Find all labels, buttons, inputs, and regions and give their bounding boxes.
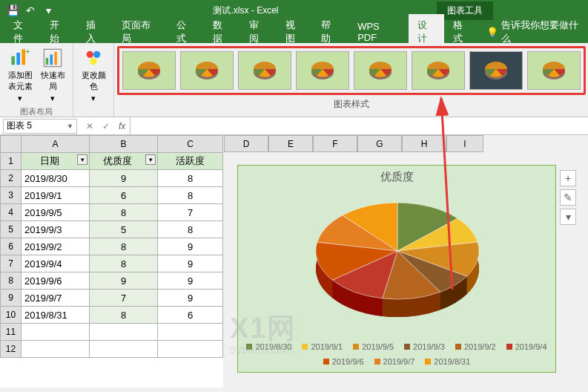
cell[interactable]: 8 (90, 238, 158, 255)
ribbon-group-colors: 更改颜色▾ (73, 43, 114, 117)
chart-style-thumb[interactable] (354, 51, 407, 90)
chart-styles-button[interactable]: ✎ (560, 189, 576, 206)
cell[interactable]: 8 (158, 187, 223, 204)
cell[interactable]: 2019/9/4 (22, 255, 90, 272)
legend-item[interactable]: 2019/9/6 (323, 357, 364, 366)
cell[interactable]: 9 (158, 238, 223, 255)
row-header[interactable]: 9 (1, 290, 22, 307)
row-header[interactable]: 5 (1, 221, 22, 238)
quick-layout-button[interactable]: 快速布局▾ (37, 46, 68, 105)
cell[interactable]: 8 (90, 204, 158, 221)
column-header[interactable]: G (357, 135, 402, 152)
legend-item[interactable]: 2019/9/1 (302, 342, 343, 351)
worksheet[interactable]: ABC1 日期▾ 优质度▾ 活跃度2 2019/8/30 9 83 2019/9… (0, 135, 223, 388)
row-header[interactable]: 3 (1, 187, 22, 204)
cell[interactable]: 6 (90, 187, 158, 204)
cell[interactable]: 9 (158, 272, 223, 290)
cell[interactable]: 2019/9/2 (22, 238, 90, 255)
change-colors-button[interactable]: 更改颜色▾ (78, 46, 109, 105)
cell[interactable]: 9 (158, 290, 223, 307)
column-header[interactable]: D (224, 135, 268, 152)
add-chart-element-button[interactable]: + 添加图表元素▾ (4, 46, 36, 105)
cell[interactable]: 2019/8/31 (22, 307, 90, 324)
quick-layout-icon (42, 48, 63, 68)
row-header[interactable]: 10 (1, 307, 22, 324)
chart-filters-button[interactable]: ▾ (560, 209, 576, 225)
cell[interactable]: 9 (90, 170, 158, 187)
row-header[interactable]: 1 (1, 153, 22, 170)
chart-title[interactable]: 优质度 (238, 166, 555, 189)
embedded-chart[interactable]: 优质度 2019/8/302019/9/12019/9/52019/9/3201… (237, 165, 556, 373)
cell[interactable]: 8 (158, 170, 223, 187)
cell[interactable]: 2019/9/7 (22, 290, 90, 307)
chart-elements-button[interactable]: + (560, 170, 576, 186)
legend-item[interactable]: 2019/9/5 (353, 342, 394, 351)
legend-label: 2019/8/31 (434, 357, 470, 366)
cell[interactable] (158, 324, 223, 341)
legend-swatch (455, 344, 461, 350)
cell[interactable]: 2019/9/5 (22, 204, 90, 221)
cell[interactable]: 7 (158, 204, 223, 221)
row-header[interactable]: 2 (1, 170, 22, 187)
cell[interactable]: 9 (90, 272, 158, 290)
filter-button[interactable]: ▾ (145, 154, 156, 165)
legend-item[interactable]: 2019/9/2 (455, 342, 496, 351)
cell[interactable]: 8 (158, 221, 223, 238)
chart-style-thumb[interactable] (527, 51, 581, 90)
formula-input[interactable] (130, 117, 588, 134)
cell[interactable]: 8 (90, 307, 158, 324)
legend-item[interactable]: 2019/9/7 (374, 357, 415, 366)
row-header[interactable]: 11 (1, 324, 22, 341)
cell[interactable]: 日期▾ (22, 153, 90, 170)
row-header[interactable]: 6 (1, 238, 22, 255)
cell[interactable] (22, 324, 90, 341)
tell-me[interactable]: 💡 告诉我你想要做什么 (486, 19, 584, 45)
row-header[interactable]: 8 (1, 272, 22, 290)
legend-item[interactable]: 2019/8/31 (425, 357, 470, 366)
row-header[interactable]: 4 (1, 204, 22, 221)
row-header[interactable]: 12 (1, 341, 22, 358)
chart-style-thumb[interactable] (412, 51, 465, 90)
cell[interactable]: 7 (90, 290, 158, 307)
confirm-icon[interactable]: ✓ (99, 121, 113, 131)
chart-style-thumb[interactable] (180, 51, 234, 90)
column-header[interactable]: C (158, 136, 223, 153)
legend-item[interactable]: 2019/9/4 (506, 342, 547, 351)
cell[interactable]: 2019/9/3 (22, 221, 90, 238)
cell[interactable]: 8 (90, 255, 158, 272)
row-header[interactable]: 7 (1, 255, 22, 272)
cell[interactable] (90, 341, 158, 358)
formula-bar-row: 图表 5 ▼ ✕ ✓ fx (0, 117, 588, 135)
cell[interactable]: 优质度▾ (90, 153, 158, 170)
cancel-icon[interactable]: ✕ (83, 121, 96, 131)
chart-style-thumb[interactable] (238, 51, 291, 90)
cell[interactable]: 6 (158, 307, 223, 324)
filter-button[interactable]: ▾ (77, 154, 87, 165)
chart-style-thumb[interactable] (296, 51, 349, 90)
column-header[interactable]: A (22, 136, 90, 153)
cell[interactable] (158, 341, 223, 358)
chart-style-thumb[interactable] (122, 51, 176, 90)
cell[interactable]: 9 (158, 255, 223, 272)
name-box[interactable]: 图表 5 ▼ (3, 119, 77, 134)
column-header[interactable]: E (268, 135, 313, 152)
cell[interactable]: 2019/9/1 (22, 187, 90, 204)
chart-style-thumb[interactable] (469, 51, 523, 90)
cell[interactable] (22, 341, 90, 358)
ribbon-group-label: 图表样式 (117, 98, 586, 111)
legend-item[interactable]: 2019/9/3 (404, 342, 445, 351)
select-all-corner[interactable] (1, 136, 22, 153)
cell[interactable]: 活跃度 (158, 153, 223, 170)
column-header[interactable]: I (446, 135, 483, 152)
column-header[interactable]: H (402, 135, 446, 152)
cell[interactable]: 5 (90, 221, 158, 238)
legend-label: 2019/9/4 (515, 342, 547, 351)
column-header[interactable]: F (313, 135, 357, 152)
chevron-down-icon[interactable]: ▼ (67, 122, 73, 130)
cell[interactable] (90, 324, 158, 341)
cell[interactable]: 2019/8/30 (22, 170, 90, 187)
column-header[interactable]: B (90, 136, 158, 153)
legend-item[interactable]: 2019/8/30 (246, 342, 291, 351)
cell[interactable]: 2019/9/6 (22, 272, 90, 290)
ribbon-group-layout: + 添加图表元素▾ 快速布局▾ 图表布局 (0, 43, 73, 117)
